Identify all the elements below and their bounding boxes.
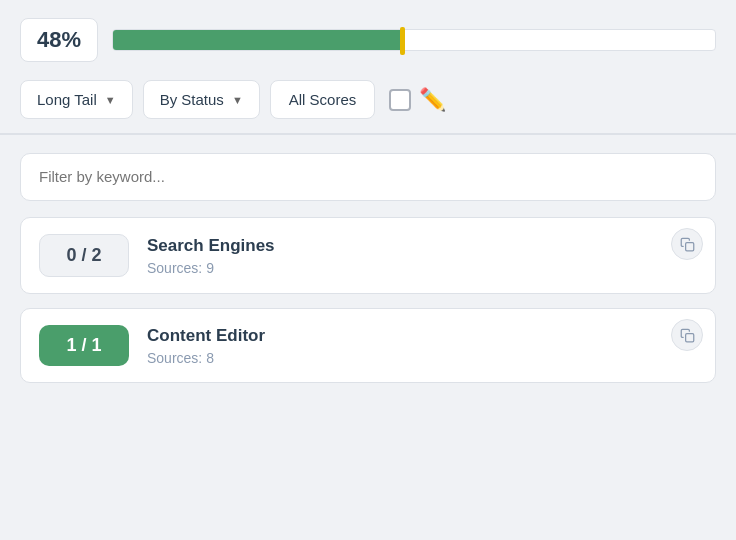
copy-button-0[interactable] xyxy=(671,228,703,260)
list-item: 0 / 2 Search Engines Sources: 9 xyxy=(20,217,716,294)
main-section: 0 / 2 Search Engines Sources: 9 1 / 1 Co… xyxy=(0,135,736,415)
all-scores-button[interactable]: All Scores xyxy=(270,80,376,119)
long-tail-filter-button[interactable]: Long Tail ▼ xyxy=(20,80,133,119)
icon-group: ✏️ xyxy=(389,87,446,113)
svg-rect-0 xyxy=(685,242,693,250)
item-subtitle-1: Sources: 8 xyxy=(147,350,697,366)
progress-bar-container xyxy=(112,29,716,51)
item-info-0: Search Engines Sources: 9 xyxy=(147,236,697,276)
copy-icon xyxy=(680,328,695,343)
all-scores-label: All Scores xyxy=(289,91,357,108)
chevron-down-icon: ▼ xyxy=(232,94,243,106)
select-all-checkbox[interactable] xyxy=(389,89,411,111)
chevron-down-icon: ▼ xyxy=(105,94,116,106)
copy-button-1[interactable] xyxy=(671,319,703,351)
items-list: 0 / 2 Search Engines Sources: 9 1 / 1 Co… xyxy=(20,217,716,383)
by-status-label: By Status xyxy=(160,91,224,108)
svg-rect-1 xyxy=(685,333,693,341)
progress-bar-fill xyxy=(113,30,402,50)
item-badge-0: 0 / 2 xyxy=(39,234,129,277)
percent-label: 48% xyxy=(20,18,98,62)
item-title-1: Content Editor xyxy=(147,326,697,346)
list-item: 1 / 1 Content Editor Sources: 8 xyxy=(20,308,716,383)
progress-row: 48% xyxy=(20,18,716,62)
item-info-1: Content Editor Sources: 8 xyxy=(147,326,697,366)
item-subtitle-0: Sources: 9 xyxy=(147,260,697,276)
copy-icon xyxy=(680,237,695,252)
keyword-filter-input[interactable] xyxy=(39,168,697,185)
top-section: 48% Long Tail ▼ By Status ▼ All Scores ✏… xyxy=(0,0,736,133)
progress-bar-marker xyxy=(400,27,405,55)
item-badge-1: 1 / 1 xyxy=(39,325,129,366)
long-tail-label: Long Tail xyxy=(37,91,97,108)
search-input-wrapper[interactable] xyxy=(20,153,716,201)
by-status-filter-button[interactable]: By Status ▼ xyxy=(143,80,260,119)
filter-row: Long Tail ▼ By Status ▼ All Scores ✏️ xyxy=(20,80,716,119)
item-title-0: Search Engines xyxy=(147,236,697,256)
edit-pencil-icon[interactable]: ✏️ xyxy=(419,87,446,113)
